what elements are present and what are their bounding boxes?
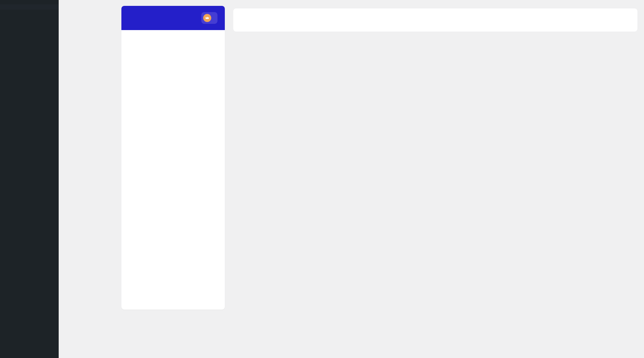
main-content [233,6,637,41]
page [0,0,644,358]
nexter-panel-header [121,6,225,30]
sidebar-separator [0,10,59,15]
nexter-settings-panel [121,6,225,310]
crown-icon [203,14,211,22]
page-title-card [233,8,637,32]
admin-content-area [59,0,644,358]
pro-badge[interactable] [201,12,217,24]
wp-admin-sidebar [0,0,59,358]
nexter-submenu [0,4,59,10]
nexter-nav [121,30,225,36]
